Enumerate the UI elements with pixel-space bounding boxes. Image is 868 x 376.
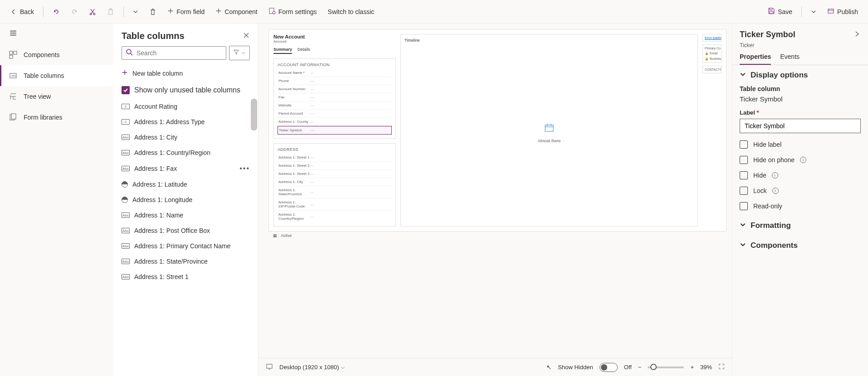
- form-field[interactable]: Address 1: State/Province---: [278, 186, 392, 198]
- option-type-icon: ≡: [122, 119, 130, 125]
- form-settings-button[interactable]: Form settings: [264, 5, 322, 19]
- form-field[interactable]: Address 1: ZIP/Postal Code---: [278, 198, 392, 211]
- paste-button[interactable]: [102, 5, 119, 18]
- timeline-card[interactable]: Timeline Almost there: [400, 34, 698, 227]
- section-address[interactable]: ADDRESS Address 1: Street 1---Address 1:…: [273, 143, 396, 227]
- form-field[interactable]: Address 1: Country/Region---: [278, 211, 392, 222]
- field-label: Address 1: County: [278, 120, 310, 124]
- form-field[interactable]: Account Name*---: [278, 69, 392, 77]
- viewport-selector[interactable]: Desktop (1920 x 1080): [279, 364, 345, 371]
- add-form-field-button[interactable]: Form field: [163, 5, 209, 18]
- switch-classic-button[interactable]: Switch to classic: [323, 5, 379, 18]
- column-item[interactable]: AbcAddress 1: City: [113, 130, 258, 145]
- cut-button[interactable]: [84, 5, 101, 18]
- save-dropdown[interactable]: [806, 6, 821, 17]
- primary-contact-card[interactable]: Primary Co 🔒 Email 🔒 Business: [702, 44, 722, 63]
- section-account-info[interactable]: ACCOUNT INFORMATION Account Name*---Phon…: [273, 58, 396, 139]
- checkbox[interactable]: [740, 156, 748, 164]
- new-table-column-button[interactable]: New table column: [113, 65, 258, 82]
- section-display-options[interactable]: Display options: [740, 71, 861, 80]
- nav-form-libraries[interactable]: Form libraries: [0, 107, 113, 128]
- tab-properties[interactable]: Properties: [740, 53, 771, 65]
- publish-button[interactable]: Publish: [823, 5, 863, 19]
- delete-button[interactable]: [145, 5, 161, 18]
- nav-table-columns[interactable]: Abc Table columns: [0, 65, 113, 86]
- column-item[interactable]: AbcAddress 1: Street 1: [113, 269, 258, 284]
- text-type-icon: Abc: [122, 166, 130, 171]
- info-icon[interactable]: i: [772, 188, 779, 194]
- column-item[interactable]: AbcAddress 1: Post Office Box: [113, 223, 258, 238]
- form-field[interactable]: Address 1: County---: [278, 118, 392, 126]
- show-hidden-toggle[interactable]: [600, 363, 618, 372]
- back-button[interactable]: Back: [5, 5, 39, 18]
- hamburger-button[interactable]: [0, 24, 113, 44]
- check-hide-on-phone[interactable]: Hide on phone i: [740, 156, 861, 164]
- zoom-out-button[interactable]: −: [638, 364, 642, 371]
- column-item[interactable]: AbcAddress 1: State/Province: [113, 254, 258, 269]
- field-label: Address 1: Country/Region: [278, 212, 310, 221]
- check-hide[interactable]: Hide i: [740, 171, 861, 179]
- form-field[interactable]: Phone---: [278, 77, 392, 85]
- form-field[interactable]: Address 1: Street 2---: [278, 162, 392, 170]
- form-tab-summary[interactable]: Summary: [273, 47, 292, 54]
- field-label: Address 1: Street 3: [278, 172, 310, 176]
- scrollbar-thumb[interactable]: [251, 99, 257, 130]
- svg-rect-15: [545, 125, 553, 131]
- form-field[interactable]: Address 1: Street 1---: [278, 154, 392, 162]
- undo-button[interactable]: [48, 5, 64, 18]
- column-item[interactable]: ≡Address 1: Address Type: [113, 114, 258, 130]
- more-button[interactable]: •••: [239, 164, 250, 173]
- fit-screen-button[interactable]: [718, 363, 725, 371]
- close-panel-button[interactable]: [243, 32, 250, 41]
- filter-button[interactable]: [229, 46, 250, 60]
- column-item[interactable]: AbcAddress 1: Name: [113, 207, 258, 223]
- zoom-in-button[interactable]: +: [690, 364, 694, 371]
- label-input[interactable]: [740, 119, 861, 133]
- form-field[interactable]: Address 1: City---: [278, 178, 392, 186]
- section-components[interactable]: Components: [740, 241, 861, 250]
- form-tab-details[interactable]: Details: [297, 47, 310, 54]
- check-read-only[interactable]: Read-only: [740, 202, 861, 210]
- paste-dropdown[interactable]: [128, 6, 143, 17]
- show-unused-checkbox[interactable]: [122, 86, 130, 94]
- column-item[interactable]: AbcAddress 1: Country/Region: [113, 145, 258, 160]
- chevron-right-icon[interactable]: [853, 30, 861, 39]
- timeline-status: Almost there: [538, 139, 561, 143]
- checkbox[interactable]: [740, 140, 748, 149]
- column-item[interactable]: Address 1: Latitude: [113, 177, 258, 192]
- info-icon[interactable]: i: [772, 172, 778, 178]
- form-field[interactable]: Address 1: Street 3---: [278, 170, 392, 178]
- save-button[interactable]: Save: [763, 5, 797, 19]
- nav-components[interactable]: Components: [0, 44, 113, 65]
- error-card[interactable]: Error loading: [702, 34, 722, 42]
- search-box[interactable]: [122, 46, 226, 60]
- timeline-title: Timeline: [405, 38, 694, 43]
- contacts-card[interactable]: CONTACTS: [702, 66, 722, 73]
- table-column-value: Ticker Symbol: [740, 95, 861, 103]
- check-hide-label[interactable]: Hide label: [740, 140, 861, 149]
- checkbox[interactable]: [740, 187, 748, 195]
- nav-tree-view[interactable]: Tree view: [0, 86, 113, 107]
- left-sidebar: Components Abc Table columns Tree view F…: [0, 24, 113, 376]
- info-icon[interactable]: i: [800, 157, 806, 163]
- zoom-slider[interactable]: [648, 366, 684, 368]
- section-formatting[interactable]: Formatting: [740, 221, 861, 230]
- checkbox[interactable]: [740, 171, 748, 179]
- form-field[interactable]: Website---: [278, 101, 392, 110]
- form-field[interactable]: Account Number---: [278, 85, 392, 93]
- show-unused-row[interactable]: Show only unused table columns: [113, 82, 258, 99]
- check-lock[interactable]: Lock i: [740, 187, 861, 195]
- add-component-button[interactable]: Component: [211, 5, 262, 18]
- redo-button[interactable]: [66, 5, 83, 18]
- column-item[interactable]: ≡Account Rating: [113, 99, 258, 114]
- column-item[interactable]: Address 1: Longitude: [113, 192, 258, 207]
- field-label: Account Name*: [278, 71, 310, 75]
- column-item[interactable]: AbcAddress 1: Primary Contact Name: [113, 238, 258, 254]
- form-field[interactable]: Parent Account---: [278, 110, 392, 118]
- form-field[interactable]: Fax---: [278, 93, 392, 101]
- column-item[interactable]: AbcAddress 1: Fax•••: [113, 160, 258, 177]
- checkbox[interactable]: [740, 202, 748, 210]
- tab-events[interactable]: Events: [780, 53, 800, 65]
- form-field[interactable]: Ticker Symbol---: [278, 126, 392, 135]
- search-input[interactable]: [137, 49, 222, 57]
